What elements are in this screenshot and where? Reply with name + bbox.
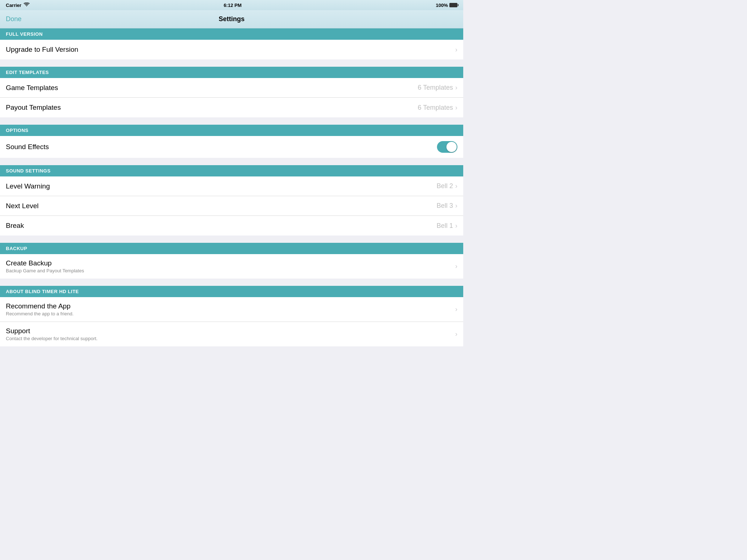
section-group-about: Recommend the AppRecommend the app to a … bbox=[0, 297, 463, 346]
row-value-game-templates: 6 Templates bbox=[418, 84, 453, 92]
chevron-icon-break: › bbox=[455, 222, 457, 230]
section-group-backup: Create BackupBackup Game and Payout Temp… bbox=[0, 254, 463, 279]
nav-bar: Done Settings bbox=[0, 10, 463, 28]
row-right-next-level: Bell 3› bbox=[437, 202, 457, 210]
row-left-break: Break bbox=[6, 222, 24, 230]
section-group-options: Sound Effects bbox=[0, 136, 463, 158]
row-title-create-backup: Create Backup bbox=[6, 259, 84, 267]
row-right-support: › bbox=[455, 330, 457, 338]
row-right-level-warning: Bell 2› bbox=[437, 182, 457, 190]
section-gap-1 bbox=[0, 117, 463, 125]
row-left-payout-templates: Payout Templates bbox=[6, 104, 61, 112]
chevron-icon-create-backup: › bbox=[455, 262, 457, 270]
row-right-create-backup: › bbox=[455, 262, 457, 270]
status-time: 6:12 PM bbox=[224, 3, 241, 8]
row-title-break: Break bbox=[6, 222, 24, 230]
status-bar: Carrier 6:12 PM 100% bbox=[0, 0, 463, 10]
battery-icon bbox=[449, 3, 457, 7]
row-right-payout-templates: 6 Templates› bbox=[418, 104, 457, 112]
status-right: 100% bbox=[436, 3, 457, 8]
row-title-upgrade: Upgrade to Full Version bbox=[6, 46, 78, 54]
page-title: Settings bbox=[218, 15, 244, 23]
section-gap-0 bbox=[0, 59, 463, 67]
row-upgrade[interactable]: Upgrade to Full Version› bbox=[0, 40, 463, 59]
battery-percent: 100% bbox=[436, 3, 448, 8]
section-gap-4 bbox=[0, 279, 463, 286]
row-right-recommend-app: › bbox=[455, 306, 457, 313]
section-header-about: ABOUT BLIND TIMER HD LITE bbox=[0, 286, 463, 297]
section-group-edit-templates: Game Templates6 Templates›Payout Templat… bbox=[0, 78, 463, 117]
row-left-sound-effects: Sound Effects bbox=[6, 143, 49, 151]
row-right-sound-effects bbox=[437, 141, 457, 153]
row-next-level[interactable]: Next LevelBell 3› bbox=[0, 196, 463, 216]
chevron-icon-support: › bbox=[455, 330, 457, 338]
section-header-sound-settings: SOUND SETTINGS bbox=[0, 165, 463, 176]
row-title-game-templates: Game Templates bbox=[6, 84, 58, 92]
row-value-break: Bell 1 bbox=[437, 222, 453, 230]
section-header-edit-templates: EDIT TEMPLATES bbox=[0, 67, 463, 78]
row-title-next-level: Next Level bbox=[6, 202, 39, 210]
row-value-next-level: Bell 3 bbox=[437, 202, 453, 210]
row-left-create-backup: Create BackupBackup Game and Payout Temp… bbox=[6, 259, 84, 273]
row-value-payout-templates: 6 Templates bbox=[418, 104, 453, 112]
section-gap-5 bbox=[0, 346, 463, 354]
row-left-recommend-app: Recommend the AppRecommend the app to a … bbox=[6, 302, 74, 316]
row-level-warning[interactable]: Level WarningBell 2› bbox=[0, 176, 463, 196]
chevron-icon-game-templates: › bbox=[455, 84, 457, 92]
settings-container: FULL VERSIONUpgrade to Full Version›EDIT… bbox=[0, 28, 463, 354]
row-title-support: Support bbox=[6, 327, 97, 335]
row-left-upgrade: Upgrade to Full Version bbox=[6, 46, 78, 54]
done-button[interactable]: Done bbox=[6, 15, 22, 23]
row-break[interactable]: BreakBell 1› bbox=[0, 216, 463, 236]
chevron-icon-next-level: › bbox=[455, 202, 457, 210]
row-left-next-level: Next Level bbox=[6, 202, 39, 210]
chevron-icon-payout-templates: › bbox=[455, 104, 457, 112]
row-left-support: SupportContact the developer for technic… bbox=[6, 327, 97, 341]
row-recommend-app[interactable]: Recommend the AppRecommend the app to a … bbox=[0, 297, 463, 322]
chevron-icon-upgrade: › bbox=[455, 46, 457, 54]
section-gap-3 bbox=[0, 236, 463, 243]
section-group-sound-settings: Level WarningBell 2›Next LevelBell 3›Bre… bbox=[0, 176, 463, 236]
section-gap-2 bbox=[0, 158, 463, 165]
carrier-label: Carrier bbox=[6, 3, 22, 8]
row-right-break: Bell 1› bbox=[437, 222, 457, 230]
toggle-knob-sound-effects bbox=[446, 142, 457, 152]
row-create-backup[interactable]: Create BackupBackup Game and Payout Temp… bbox=[0, 254, 463, 279]
section-header-options: OPTIONS bbox=[0, 125, 463, 136]
row-title-sound-effects: Sound Effects bbox=[6, 143, 49, 151]
section-group-full-version: Upgrade to Full Version› bbox=[0, 40, 463, 59]
row-subtitle-create-backup: Backup Game and Payout Templates bbox=[6, 268, 84, 273]
row-support[interactable]: SupportContact the developer for technic… bbox=[0, 322, 463, 346]
row-left-level-warning: Level Warning bbox=[6, 182, 50, 190]
row-game-templates[interactable]: Game Templates6 Templates› bbox=[0, 78, 463, 98]
chevron-icon-recommend-app: › bbox=[455, 306, 457, 313]
row-title-payout-templates: Payout Templates bbox=[6, 104, 61, 112]
row-title-level-warning: Level Warning bbox=[6, 182, 50, 190]
row-value-level-warning: Bell 2 bbox=[437, 182, 453, 190]
row-right-game-templates: 6 Templates› bbox=[418, 84, 457, 92]
row-right-upgrade: › bbox=[455, 46, 457, 54]
row-title-recommend-app: Recommend the App bbox=[6, 302, 74, 310]
toggle-sound-effects[interactable] bbox=[437, 141, 457, 153]
wifi-icon bbox=[24, 3, 30, 8]
section-header-backup: BACKUP bbox=[0, 243, 463, 254]
chevron-icon-level-warning: › bbox=[455, 182, 457, 190]
section-header-full-version: FULL VERSION bbox=[0, 28, 463, 40]
row-subtitle-support: Contact the developer for technical supp… bbox=[6, 336, 97, 341]
status-left: Carrier bbox=[6, 3, 30, 8]
row-sound-effects[interactable]: Sound Effects bbox=[0, 136, 463, 158]
row-payout-templates[interactable]: Payout Templates6 Templates› bbox=[0, 98, 463, 117]
row-subtitle-recommend-app: Recommend the app to a friend. bbox=[6, 311, 74, 316]
row-left-game-templates: Game Templates bbox=[6, 84, 58, 92]
